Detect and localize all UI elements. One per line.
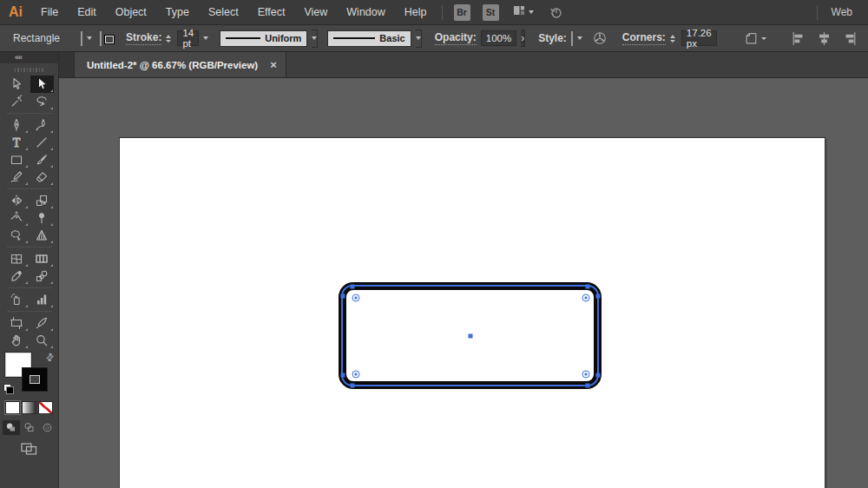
menubar-separator-right <box>817 5 818 20</box>
shape-properties-button[interactable] <box>744 31 766 46</box>
rectangle-tool[interactable] <box>5 151 29 168</box>
recolor-artwork-button[interactable] <box>592 30 608 46</box>
collapse-panel-button[interactable]: «« <box>0 52 58 63</box>
line-segment-tool[interactable] <box>30 134 54 151</box>
zoom-tool[interactable] <box>30 332 54 349</box>
symbol-sprayer-tool[interactable] <box>5 291 29 308</box>
corner-widget[interactable] <box>352 294 360 302</box>
tab-close-icon[interactable]: × <box>270 59 277 70</box>
anchor-point[interactable] <box>586 284 590 288</box>
stroke-weight-label[interactable]: Stroke: <box>126 31 161 45</box>
opacity-label[interactable]: Opacity: <box>435 31 477 45</box>
curvature-tool[interactable] <box>30 116 54 134</box>
stroke-proxy-swatch[interactable] <box>23 368 47 391</box>
graphic-style-swatch[interactable] <box>571 31 573 46</box>
magic-wand-tool[interactable] <box>5 93 29 110</box>
reflect-tool[interactable] <box>5 192 29 209</box>
brush-definition-chevron[interactable] <box>416 30 422 48</box>
corner-widget[interactable] <box>582 371 590 379</box>
gradient-tool[interactable] <box>30 250 54 267</box>
anchor-point[interactable] <box>595 294 600 299</box>
direct-selection-tool[interactable] <box>30 76 54 93</box>
stroke-weight-value[interactable]: 14 pt <box>177 30 199 46</box>
gradient-button[interactable] <box>22 401 36 414</box>
anchor-point[interactable] <box>351 383 355 387</box>
anchor-point[interactable] <box>340 294 345 299</box>
fill-color-swatch[interactable] <box>81 31 82 46</box>
align-right-button[interactable] <box>843 31 858 46</box>
brush-definition-dropdown[interactable]: Basic <box>327 30 411 47</box>
menu-help[interactable]: Help <box>395 0 437 25</box>
selection-tool[interactable] <box>5 76 29 93</box>
perspective-grid-tool[interactable] <box>30 227 54 244</box>
canvas-area[interactable] <box>59 78 868 488</box>
type-tool[interactable]: T <box>5 134 29 151</box>
lasso-tool[interactable] <box>30 93 54 110</box>
gpu-performance-button[interactable] <box>548 4 563 20</box>
menu-effect[interactable]: Effect <box>248 0 295 25</box>
toolbar-divider <box>7 247 52 247</box>
align-left-button[interactable] <box>791 31 806 46</box>
screen-mode-button[interactable] <box>20 441 39 460</box>
menu-bar: Ai File Edit Object Type Select Effect V… <box>0 0 868 25</box>
eyedropper-tool[interactable] <box>5 267 29 285</box>
draw-inside-button[interactable] <box>39 420 56 435</box>
puppet-warp-tool[interactable] <box>30 209 54 227</box>
align-left-icon <box>791 31 806 46</box>
document-tab[interactable]: Untitled-2* @ 66.67% (RGB/Preview) × <box>75 52 286 77</box>
anchor-point[interactable] <box>586 383 590 387</box>
align-horizontal-center-button[interactable] <box>817 31 832 46</box>
menu-select[interactable]: Select <box>199 0 248 25</box>
column-graph-tool[interactable] <box>30 291 54 308</box>
color-button[interactable] <box>5 401 20 414</box>
corners-value[interactable]: 17.26 px <box>681 30 717 46</box>
corners-stepper[interactable] <box>670 35 675 43</box>
corner-widget[interactable] <box>582 294 590 302</box>
stock-button[interactable]: St <box>483 4 499 21</box>
artboard-tool[interactable] <box>5 314 29 332</box>
menu-edit[interactable]: Edit <box>68 0 106 25</box>
blend-tool[interactable] <box>30 267 54 285</box>
width-profile-dropdown[interactable]: Uniform <box>220 30 307 47</box>
workspace-name-label[interactable]: Web <box>832 6 852 18</box>
selected-rounded-rectangle[interactable] <box>339 282 602 389</box>
workspace-switcher-button[interactable] <box>512 3 534 21</box>
corner-widget[interactable] <box>352 371 360 379</box>
shape-builder-tool[interactable] <box>5 227 29 244</box>
anchor-point[interactable] <box>340 373 345 378</box>
anchor-point[interactable] <box>351 284 355 288</box>
menu-type[interactable]: Type <box>156 0 199 25</box>
bridge-button[interactable]: Br <box>454 4 470 21</box>
anchor-point[interactable] <box>595 373 600 378</box>
corners-label[interactable]: Corners: <box>622 31 666 45</box>
slice-tool[interactable] <box>30 314 54 332</box>
hand-tool[interactable] <box>5 332 29 349</box>
tools-panel-grip[interactable] <box>15 68 44 72</box>
menu-view[interactable]: View <box>294 0 337 25</box>
fill-color-dropdown[interactable] <box>87 30 92 47</box>
draw-normal-button[interactable] <box>3 420 20 435</box>
eraser-tool[interactable] <box>30 168 54 186</box>
pencil-tool[interactable] <box>5 168 29 186</box>
menu-window[interactable]: Window <box>337 0 394 25</box>
menu-file[interactable]: File <box>31 0 68 25</box>
stroke-weight-stepper[interactable] <box>166 35 171 43</box>
paintbrush-tool[interactable] <box>30 151 54 168</box>
width-tool[interactable] <box>5 209 29 227</box>
graphic-style-dropdown[interactable] <box>577 30 582 47</box>
stroke-color-swatch[interactable] <box>100 31 102 46</box>
scale-tool[interactable] <box>30 192 54 209</box>
stroke-weight-dropdown[interactable] <box>203 30 208 47</box>
swap-fill-stroke-icon[interactable]: ⇄ <box>43 351 57 365</box>
draw-behind-button[interactable] <box>21 420 38 435</box>
mesh-tool[interactable] <box>5 250 29 267</box>
opacity-value[interactable]: 100% <box>481 30 516 46</box>
width-profile-chevron[interactable] <box>312 30 318 48</box>
width-tool-icon <box>10 211 23 225</box>
pen-tool[interactable] <box>5 116 29 134</box>
default-fill-stroke-icon[interactable] <box>3 384 14 394</box>
center-anchor[interactable] <box>468 333 472 338</box>
menu-object[interactable]: Object <box>106 0 156 25</box>
none-button[interactable] <box>38 401 53 414</box>
opacity-more-button[interactable]: › <box>521 30 525 47</box>
